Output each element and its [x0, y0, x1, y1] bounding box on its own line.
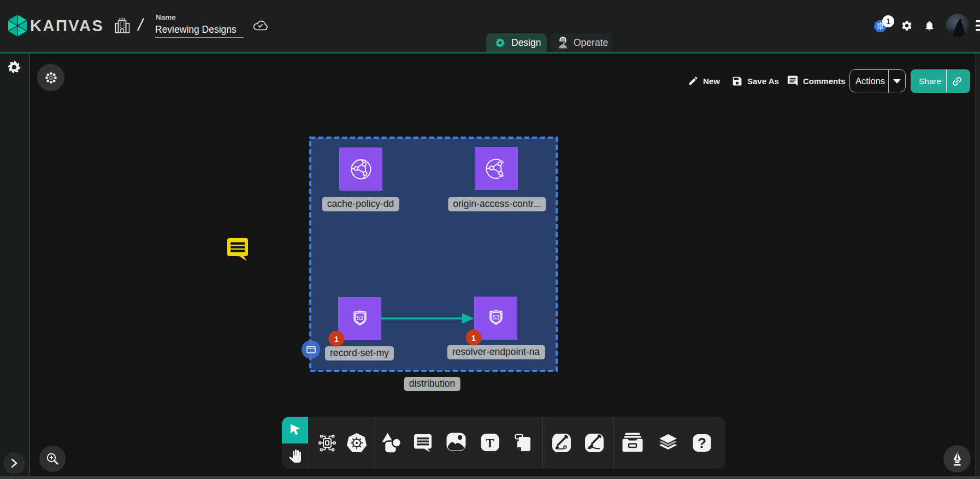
svg-text:T: T	[486, 436, 494, 450]
svg-text:?: ?	[698, 435, 706, 451]
svg-text:53: 53	[356, 315, 363, 321]
svg-text:53: 53	[492, 314, 499, 321]
